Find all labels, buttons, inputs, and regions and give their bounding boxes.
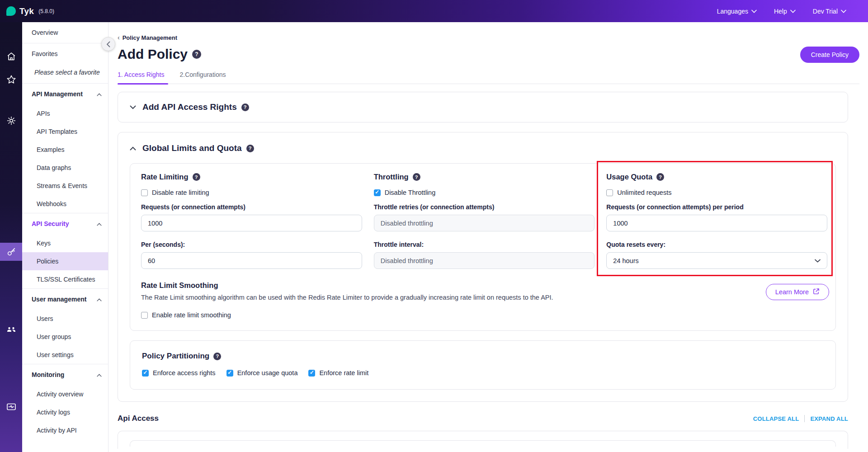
tyk-logo-icon — [6, 6, 16, 16]
chevron-up-icon — [97, 90, 102, 98]
account-label: Dev Trial — [813, 8, 838, 15]
sidebar-item-policies[interactable]: Policies — [22, 252, 108, 270]
sidebar-section-label: API Management — [32, 90, 83, 98]
chevron-up-icon[interactable] — [130, 146, 136, 151]
checkbox-checked-icon — [374, 189, 381, 196]
checkbox-unchecked-icon — [141, 189, 148, 196]
quota-resets-select[interactable]: 24 hours — [606, 252, 827, 269]
sidebar-section-user-management[interactable]: User management — [22, 289, 108, 310]
chevron-up-icon — [97, 296, 102, 303]
checkbox-unchecked-icon — [141, 312, 148, 319]
collapse-all-link[interactable]: COLLAPSE ALL — [753, 415, 799, 422]
create-policy-button[interactable]: Create Policy — [800, 47, 859, 63]
rate-requests-input[interactable] — [141, 215, 362, 231]
section-title: Global Limits and Quota ? — [142, 143, 254, 153]
home-icon[interactable] — [0, 47, 22, 66]
sidebar-item-favorites[interactable]: Favorites — [22, 43, 108, 64]
policy-partitioning-card: Policy Partitioning ? Enforce access rig… — [130, 340, 836, 390]
sidebar-item-label: Overview — [32, 29, 58, 36]
help-icon[interactable]: ? — [246, 145, 254, 152]
sidebar-item-data-graphs[interactable]: Data graphs — [22, 159, 108, 177]
api-security-key-icon[interactable] — [0, 243, 22, 261]
chevron-down-icon — [751, 9, 757, 13]
sidebar-item-webhooks[interactable]: Webhooks — [22, 195, 108, 213]
breadcrumb-label: Policy Management — [123, 34, 177, 41]
throttling-column: Throttling ? Disable Throttling Throttle… — [374, 173, 595, 269]
sidebar-item-keys[interactable]: Keys — [22, 234, 108, 252]
tyk-logo[interactable]: Tyk (5.8.0) — [0, 6, 54, 16]
rate-limiting-column: Rate Limiting ? Disable rate limiting Re… — [141, 173, 362, 269]
throttle-retries-label: Throttle retries (or connection attempts… — [374, 203, 595, 211]
sidebar-item-overview[interactable]: Overview — [22, 22, 108, 43]
enforce-rate-limit-checkbox[interactable]: Enforce rate limit — [308, 369, 368, 377]
languages-label: Languages — [717, 8, 748, 15]
disable-rate-limiting-checkbox[interactable]: Disable rate limiting — [141, 189, 362, 196]
chevron-down-icon[interactable] — [130, 105, 136, 109]
sidebar-collapse-button[interactable] — [101, 37, 115, 51]
expand-all-link[interactable]: EXPAND ALL — [810, 415, 848, 422]
sidebar-item-apis[interactable]: APIs — [22, 104, 108, 122]
api-access-inner-partial — [130, 440, 836, 447]
user-management-users-icon[interactable] — [0, 320, 22, 339]
top-bar: Tyk (5.8.0) Languages Help Dev Trial — [0, 0, 868, 22]
sidebar-section-api-management[interactable]: API Management — [22, 84, 108, 104]
sidebar-item-tls-ssl-certificates[interactable]: TLS/SSL Certificates — [22, 270, 108, 288]
usage-quota-column: Usage Quota ? Unlimited requests Request… — [606, 173, 827, 269]
version-label: (5.8.0) — [38, 8, 54, 14]
main-content: ‹ Policy Management Add Policy ? Create … — [108, 22, 868, 452]
policy-partitioning-title: Policy Partitioning ? — [142, 352, 824, 361]
sidebar-item-user-groups[interactable]: User groups — [22, 328, 108, 346]
add-api-access-rights-card: Add API Access Rights ? — [118, 92, 848, 122]
usage-quota-title: Usage Quota ? — [606, 173, 827, 181]
per-seconds-input[interactable] — [141, 252, 362, 269]
help-icon[interactable]: ? — [193, 173, 200, 181]
help-icon[interactable]: ? — [192, 50, 201, 59]
help-label: Help — [774, 8, 787, 15]
languages-menu[interactable]: Languages — [717, 8, 757, 15]
smoothing-description: The Rate Limit smoothing algorithm can b… — [141, 294, 737, 301]
sidebar-section-label: User management — [32, 296, 86, 303]
tab-configurations[interactable]: 2.Configurations — [180, 71, 226, 84]
quota-requests-input[interactable] — [606, 215, 827, 231]
limits-panel: Rate Limiting ? Disable rate limiting Re… — [130, 163, 836, 331]
help-icon[interactable]: ? — [241, 104, 249, 111]
tab-access-rights[interactable]: 1. Access Rights — [118, 71, 165, 84]
sidebar-item-activity-logs[interactable]: Activity logs — [22, 403, 108, 421]
rate-limit-smoothing-section: Rate Limit Smoothing The Rate Limit smoo… — [141, 281, 827, 319]
sidebar-item-activity-overview[interactable]: Activity overview — [22, 385, 108, 403]
chevron-down-icon — [790, 9, 796, 13]
chevron-up-icon — [97, 371, 102, 378]
help-icon[interactable]: ? — [656, 173, 664, 181]
page-title: Add Policy ? — [118, 47, 201, 62]
disable-throttling-checkbox[interactable]: Disable Throttling — [374, 189, 595, 196]
help-icon[interactable]: ? — [413, 173, 420, 181]
monitoring-icon[interactable] — [0, 398, 22, 416]
favorites-placeholder: Please select a favorite — [22, 64, 108, 83]
enforce-usage-quota-checkbox[interactable]: Enforce usage quota — [226, 369, 298, 377]
sidebar-item-streams-events[interactable]: Streams & Events — [22, 177, 108, 195]
sidebar: Overview Favorites Please select a favor… — [22, 22, 108, 452]
help-menu[interactable]: Help — [774, 8, 796, 15]
help-icon[interactable]: ? — [213, 353, 221, 360]
account-menu[interactable]: Dev Trial — [813, 8, 846, 15]
learn-more-button[interactable]: Learn More — [766, 284, 829, 300]
sidebar-item-activity-by-api[interactable]: Activity by API — [22, 421, 108, 439]
enforce-access-rights-checkbox[interactable]: Enforce access rights — [142, 369, 216, 377]
enable-smoothing-checkbox[interactable]: Enable rate limit smoothing — [141, 311, 737, 319]
sidebar-section-label: API Security — [32, 220, 69, 227]
checkbox-checked-icon — [226, 370, 233, 377]
sidebar-item-users[interactable]: Users — [22, 310, 108, 328]
breadcrumb[interactable]: ‹ Policy Management — [118, 34, 859, 41]
smoothing-title: Rate Limit Smoothing — [141, 281, 737, 290]
star-icon[interactable] — [0, 71, 22, 89]
api-management-gear-icon[interactable] — [0, 112, 22, 130]
sidebar-item-api-templates[interactable]: API Templates — [22, 122, 108, 141]
requests-label: Requests (or connection attempts) — [141, 203, 362, 211]
unlimited-requests-checkbox[interactable]: Unlimited requests — [606, 189, 827, 196]
throttle-interval-input — [374, 252, 595, 269]
sidebar-section-api-security[interactable]: API Security — [22, 213, 108, 234]
rate-limiting-title: Rate Limiting ? — [141, 173, 362, 181]
sidebar-item-examples[interactable]: Examples — [22, 141, 108, 159]
sidebar-section-monitoring[interactable]: Monitoring — [22, 364, 108, 385]
sidebar-item-user-settings[interactable]: User settings — [22, 346, 108, 364]
